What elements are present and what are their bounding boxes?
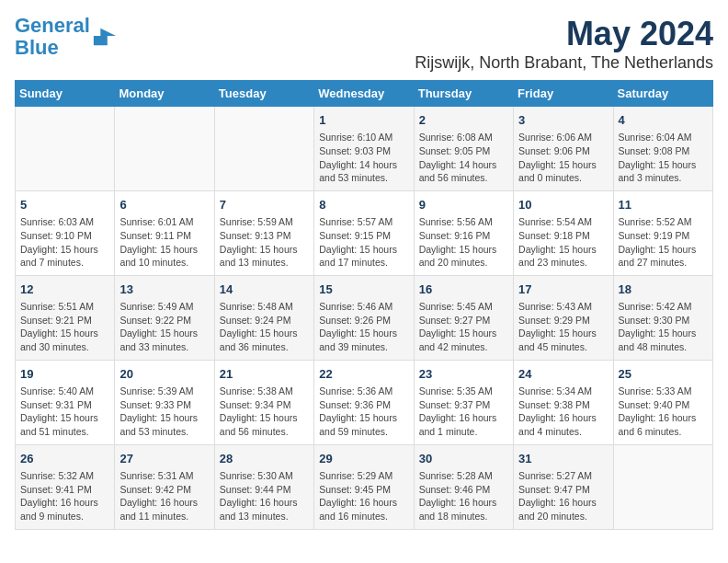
calendar-cell	[115, 107, 214, 191]
weekday-header-saturday: Saturday	[613, 81, 712, 107]
day-number: 31	[518, 451, 608, 467]
day-info: Daylight: 16 hours and 13 minutes.	[220, 496, 309, 523]
day-info: Daylight: 15 hours and 42 minutes.	[419, 327, 508, 353]
day-info: Daylight: 16 hours and 20 minutes.	[518, 496, 608, 523]
day-info: Daylight: 15 hours and 39 minutes.	[319, 327, 408, 353]
day-info: Sunset: 9:46 PM	[419, 483, 508, 497]
day-info: Sunset: 9:29 PM	[518, 314, 608, 327]
day-info: Daylight: 15 hours and 59 minutes.	[319, 411, 408, 438]
day-info: Daylight: 15 hours and 23 minutes.	[518, 243, 608, 270]
day-number: 26	[20, 451, 109, 467]
calendar-cell: 15Sunrise: 5:46 AMSunset: 9:26 PMDayligh…	[314, 275, 414, 360]
day-info: Sunset: 9:31 PM	[20, 398, 109, 412]
day-number: 27	[119, 451, 209, 467]
day-info: Daylight: 15 hours and 0 minutes.	[518, 158, 608, 185]
day-info: Sunset: 9:30 PM	[619, 314, 708, 327]
calendar-cell: 10Sunrise: 5:54 AMSunset: 9:18 PMDayligh…	[514, 190, 613, 275]
calendar-cell: 19Sunrise: 5:40 AMSunset: 9:31 PMDayligh…	[16, 360, 115, 444]
calendar-cell: 11Sunrise: 5:52 AMSunset: 9:19 PMDayligh…	[613, 190, 712, 275]
calendar-cell: 12Sunrise: 5:51 AMSunset: 9:21 PMDayligh…	[16, 275, 115, 360]
day-info: Sunrise: 5:30 AM	[220, 469, 309, 483]
day-info: Sunset: 9:40 PM	[619, 398, 708, 412]
day-info: Sunrise: 5:39 AM	[119, 385, 209, 398]
calendar-cell: 2Sunrise: 6:08 AMSunset: 9:05 PMDaylight…	[414, 107, 513, 191]
day-number: 30	[419, 451, 508, 467]
day-number: 1	[319, 112, 408, 129]
day-number: 18	[619, 282, 708, 298]
location-title: Rijswijk, North Brabant, The Netherlands	[415, 53, 713, 73]
calendar-cell: 29Sunrise: 5:29 AMSunset: 9:45 PMDayligh…	[314, 444, 414, 529]
logo-icon	[92, 24, 118, 50]
day-number: 22	[319, 366, 408, 383]
day-info: Daylight: 15 hours and 36 minutes.	[220, 327, 309, 353]
day-number: 25	[619, 366, 708, 383]
day-info: Sunrise: 5:52 AM	[619, 215, 708, 229]
day-info: Daylight: 15 hours and 33 minutes.	[119, 327, 209, 353]
day-info: Sunset: 9:33 PM	[119, 398, 209, 412]
calendar-table: SundayMondayTuesdayWednesdayThursdayFrid…	[15, 80, 713, 530]
day-info: Sunset: 9:24 PM	[220, 314, 309, 327]
day-number: 23	[419, 366, 508, 383]
day-info: Sunset: 9:37 PM	[419, 398, 508, 412]
day-info: Daylight: 15 hours and 48 minutes.	[619, 327, 708, 353]
calendar-week-5: 26Sunrise: 5:32 AMSunset: 9:41 PMDayligh…	[16, 444, 713, 529]
day-info: Sunrise: 5:42 AM	[619, 300, 708, 314]
page-header: General Blue May 2024 Rijswijk, North Br…	[15, 15, 713, 73]
day-info: Sunset: 9:22 PM	[119, 314, 209, 327]
day-number: 28	[220, 451, 309, 467]
day-info: Sunset: 9:21 PM	[20, 314, 109, 327]
day-info: Sunset: 9:47 PM	[518, 483, 608, 497]
day-info: Sunset: 9:45 PM	[319, 483, 408, 497]
weekday-header-friday: Friday	[514, 81, 613, 107]
day-number: 7	[220, 197, 309, 213]
day-info: Daylight: 16 hours and 11 minutes.	[119, 496, 209, 523]
day-info: Sunset: 9:44 PM	[220, 483, 309, 497]
day-info: Sunset: 9:41 PM	[20, 483, 109, 497]
day-number: 2	[419, 112, 508, 129]
day-info: Daylight: 16 hours and 18 minutes.	[419, 496, 508, 523]
day-info: Sunrise: 5:57 AM	[319, 215, 408, 229]
day-info: Sunrise: 5:49 AM	[119, 300, 209, 314]
calendar-cell: 25Sunrise: 5:33 AMSunset: 9:40 PMDayligh…	[613, 360, 712, 444]
day-info: Sunrise: 5:40 AM	[20, 385, 109, 398]
calendar-cell: 3Sunrise: 6:06 AMSunset: 9:06 PMDaylight…	[514, 107, 613, 191]
day-info: Sunrise: 5:56 AM	[419, 215, 508, 229]
day-number: 13	[119, 282, 209, 298]
calendar-cell: 14Sunrise: 5:48 AMSunset: 9:24 PMDayligh…	[214, 275, 313, 360]
calendar-cell: 7Sunrise: 5:59 AMSunset: 9:13 PMDaylight…	[214, 190, 313, 275]
logo-text: General Blue	[15, 15, 90, 59]
day-info: Daylight: 15 hours and 20 minutes.	[419, 243, 508, 270]
calendar-cell: 6Sunrise: 6:01 AMSunset: 9:11 PMDaylight…	[115, 190, 214, 275]
day-info: Daylight: 14 hours and 53 minutes.	[319, 158, 408, 185]
day-info: Sunrise: 6:04 AM	[619, 131, 708, 144]
day-number: 17	[518, 282, 608, 298]
calendar-cell: 26Sunrise: 5:32 AMSunset: 9:41 PMDayligh…	[16, 444, 115, 529]
calendar-cell: 27Sunrise: 5:31 AMSunset: 9:42 PMDayligh…	[115, 444, 214, 529]
day-info: Sunset: 9:13 PM	[220, 229, 309, 243]
day-info: Sunrise: 6:08 AM	[419, 131, 508, 144]
day-number: 19	[20, 366, 109, 383]
day-info: Sunset: 9:06 PM	[518, 144, 608, 158]
calendar-cell: 1Sunrise: 6:10 AMSunset: 9:03 PMDaylight…	[314, 107, 414, 191]
day-info: Sunrise: 5:48 AM	[220, 300, 309, 314]
day-info: Sunset: 9:34 PM	[220, 398, 309, 412]
day-info: Sunrise: 5:54 AM	[518, 215, 608, 229]
day-info: Daylight: 14 hours and 56 minutes.	[419, 158, 508, 185]
day-info: Sunset: 9:18 PM	[518, 229, 608, 243]
day-number: 15	[319, 282, 408, 298]
day-info: Sunset: 9:08 PM	[619, 144, 708, 158]
calendar-cell: 17Sunrise: 5:43 AMSunset: 9:29 PMDayligh…	[514, 275, 613, 360]
calendar-cell: 8Sunrise: 5:57 AMSunset: 9:15 PMDaylight…	[314, 190, 414, 275]
day-info: Sunrise: 6:01 AM	[119, 215, 209, 229]
calendar-cell: 20Sunrise: 5:39 AMSunset: 9:33 PMDayligh…	[115, 360, 214, 444]
day-number: 20	[119, 366, 209, 383]
calendar-cell: 16Sunrise: 5:45 AMSunset: 9:27 PMDayligh…	[414, 275, 513, 360]
day-info: Daylight: 16 hours and 1 minute.	[419, 411, 508, 438]
calendar-cell	[613, 444, 712, 529]
day-info: Daylight: 15 hours and 53 minutes.	[119, 411, 209, 438]
day-info: Daylight: 15 hours and 45 minutes.	[518, 327, 608, 353]
day-info: Sunrise: 5:35 AM	[419, 385, 508, 398]
month-title: May 2024	[415, 15, 713, 53]
day-number: 29	[319, 451, 408, 467]
logo: General Blue	[15, 15, 118, 59]
